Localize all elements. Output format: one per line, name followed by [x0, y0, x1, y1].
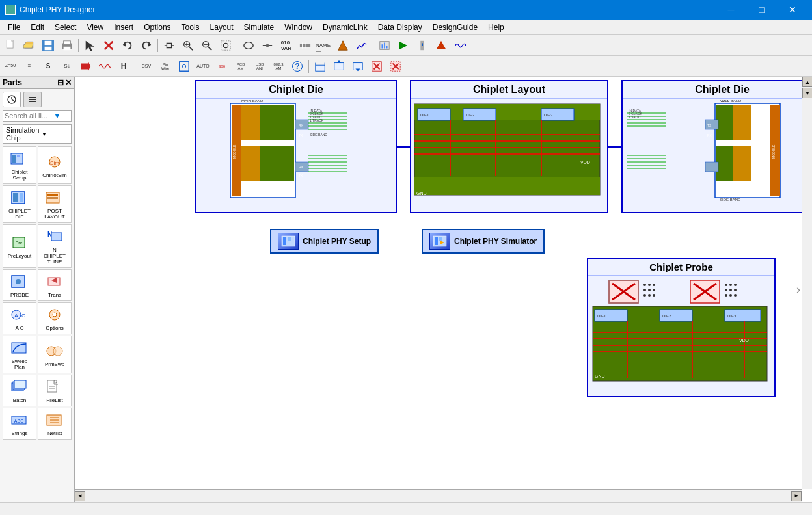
menu-item-select[interactable]: Select	[49, 21, 81, 33]
menu-item-insert[interactable]: Insert	[109, 21, 139, 33]
part-chirlot-sim[interactable]: Sim ChirIotSim	[38, 146, 72, 184]
var-button[interactable]: 010VAR	[277, 37, 295, 54]
part-ac[interactable]: AC A C	[3, 302, 36, 334]
part-chiplet-tline[interactable]: N NCHIPLETTLINE	[38, 224, 72, 268]
s-button[interactable]: S	[39, 58, 57, 75]
part-filelist[interactable]: FileList	[38, 375, 72, 406]
scroll-up-button[interactable]: ▲	[802, 77, 812, 87]
wire-button[interactable]	[258, 37, 277, 54]
print-button[interactable]	[58, 37, 76, 54]
sp-button[interactable]: S↓	[58, 58, 76, 75]
minimize-button[interactable]: ─	[716, 0, 746, 20]
menu-item-tools[interactable]: Tools	[176, 21, 205, 33]
help-button[interactable]: ?	[288, 58, 306, 75]
scroll-right-button[interactable]: ►	[791, 491, 802, 501]
redo-button[interactable]	[137, 37, 156, 54]
part-sweep-plan[interactable]: SweepPlan	[3, 336, 36, 373]
scroll-down-button[interactable]: ▼	[802, 88, 812, 98]
edit-btn[interactable]	[311, 58, 329, 75]
parts-minimize-button[interactable]: ⊟	[57, 78, 64, 87]
close-button[interactable]: ✕	[778, 0, 807, 20]
menu-item-help[interactable]: Help	[483, 21, 509, 33]
part-options[interactable]: Options	[38, 302, 72, 334]
wave-button[interactable]	[451, 37, 469, 54]
maximize-button[interactable]: □	[747, 0, 776, 20]
menu-item-options[interactable]: Options	[139, 21, 176, 33]
open-button[interactable]	[20, 37, 38, 54]
parts-dropdown[interactable]: Simulation-Chip ▼	[3, 124, 72, 144]
tune-button[interactable]	[413, 37, 431, 54]
pop-btn[interactable]	[349, 58, 367, 75]
zoom-area-button[interactable]	[217, 37, 235, 54]
svg-rect-60	[29, 97, 36, 98]
measure-button[interactable]	[296, 37, 314, 54]
part-post-layout[interactable]: POSTLAYOUT	[38, 185, 72, 223]
pin-wire-button[interactable]: PinWire	[156, 58, 174, 75]
save-button[interactable]	[39, 37, 57, 54]
chart-button[interactable]	[353, 37, 371, 54]
h-button[interactable]: H	[115, 58, 133, 75]
part-trans[interactable]: Trans	[38, 269, 72, 301]
svg-point-79	[16, 279, 21, 284]
chiplet-layout-title: Chiplet Layout	[411, 81, 607, 99]
pcbam-button[interactable]: PCBAM	[232, 58, 250, 75]
part-chiplet-setup[interactable]: ChipletSetup	[3, 146, 36, 184]
parts-close-button[interactable]: ✕	[65, 78, 72, 87]
menu-item-file[interactable]: File	[3, 21, 25, 33]
parts-tab-list[interactable]	[23, 92, 42, 107]
cross2-btn[interactable]	[386, 58, 405, 75]
run-button[interactable]	[394, 37, 413, 54]
part-chiplet-die[interactable]: CHIPLETDIE	[3, 185, 36, 223]
366-button[interactable]: 366	[213, 58, 231, 75]
menu-item-simulate[interactable]: Simulate	[239, 21, 280, 33]
simulate-button[interactable]	[375, 37, 394, 54]
usb-ani-button[interactable]: USBANI	[250, 58, 269, 75]
menu-item-designguide[interactable]: DesignGuide	[427, 21, 483, 33]
z50-button[interactable]: Z=50	[1, 58, 20, 75]
scroll-left-button[interactable]: ◄	[75, 491, 85, 501]
pcb-button[interactable]	[175, 58, 193, 75]
auto-button[interactable]: AUTO	[194, 58, 212, 75]
menu-item-edit[interactable]: Edit	[25, 21, 49, 33]
part-strings[interactable]: ABC Strings	[3, 408, 36, 440]
component-button[interactable]	[160, 37, 178, 54]
menu-item-data-display[interactable]: Data Display	[373, 21, 427, 33]
8023-button[interactable]: 802.3AM	[269, 58, 288, 75]
part-prm-swp[interactable]: PrmSwp	[38, 336, 72, 373]
select-button[interactable]	[81, 37, 99, 54]
parts-tab-clock[interactable]	[3, 92, 21, 107]
marker-button[interactable]	[334, 37, 352, 54]
filter-icon[interactable]: ▼	[53, 111, 61, 120]
circle-button[interactable]	[239, 37, 258, 54]
title-controls: ─ □ ✕	[716, 0, 807, 20]
menu-item-view[interactable]: View	[81, 21, 109, 33]
csv-button[interactable]: CSV	[137, 58, 156, 75]
menu-item-layout[interactable]: Layout	[205, 21, 239, 33]
cross1-btn[interactable]	[368, 58, 386, 75]
phy-simulator-button[interactable]: Chiplet PHY Simulator	[422, 229, 545, 254]
name-button[interactable]: —NAME—	[315, 37, 333, 54]
horizontal-scrollbar[interactable]: ◄ ►	[75, 489, 802, 502]
canvas-area[interactable]: Chiplet Die RX TX RX TX	[75, 77, 812, 502]
menu-item-window[interactable]: Window	[279, 21, 318, 33]
part-probe[interactable]: PROBE	[3, 269, 36, 301]
arrow-right-red[interactable]	[77, 58, 95, 75]
parts-search-input[interactable]	[5, 112, 53, 120]
zoom-button[interactable]	[179, 37, 197, 54]
parts-search-box[interactable]: ▼	[3, 110, 72, 122]
part-netlist[interactable]: Netlist	[38, 408, 72, 440]
part-batch[interactable]: Batch	[3, 375, 36, 406]
lines-button[interactable]: ≡	[20, 58, 38, 75]
undo-button[interactable]	[118, 37, 137, 54]
up-arrow-button[interactable]	[432, 37, 450, 54]
new-button[interactable]	[1, 37, 20, 54]
push-btn[interactable]	[330, 58, 348, 75]
part-prelayout[interactable]: Pre PreLayout	[3, 224, 36, 268]
menu-item-dynamiclink[interactable]: DynamicLink	[318, 21, 373, 33]
svg-rect-184	[439, 237, 442, 241]
phy-setup-button[interactable]: Chiplet PHY Setup	[270, 229, 379, 254]
zoom-out-button[interactable]	[198, 37, 216, 54]
vertical-scrollbar[interactable]: ▲ ▼	[802, 77, 812, 489]
wave2-button[interactable]	[96, 58, 114, 75]
delete-button[interactable]	[100, 37, 118, 54]
